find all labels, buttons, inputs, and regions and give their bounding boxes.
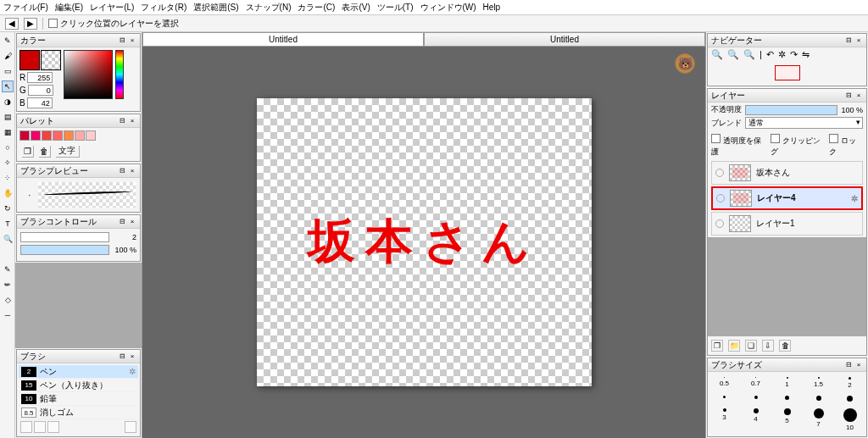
wand-tool[interactable]: ✧ [2, 157, 14, 169]
menu-color[interactable]: カラー(C) [298, 2, 335, 14]
gear-icon[interactable]: ✲ [851, 194, 858, 203]
brush-list-item[interactable]: 10鉛筆 [19, 392, 138, 406]
brush-size-slider[interactable] [20, 232, 109, 242]
new-palette-icon[interactable]: ❐ [21, 145, 33, 157]
menu-snap[interactable]: スナップ(N) [246, 2, 292, 14]
merge-icon[interactable]: ⇩ [762, 340, 774, 352]
click-layer-select-checkbox[interactable]: クリック位置のレイヤーを選択 [48, 18, 179, 30]
moji-button[interactable]: 文字 [55, 145, 79, 157]
palette-swatch[interactable] [75, 130, 85, 141]
pencil-tool[interactable]: ✎ [2, 35, 14, 47]
tab[interactable]: Untitled [142, 32, 424, 47]
brush-tool[interactable]: 🖌 [2, 50, 14, 62]
bucket-tool[interactable]: ◑ [2, 96, 14, 108]
close-icon[interactable]: × [128, 352, 136, 361]
r-input[interactable] [27, 72, 53, 83]
pin-icon[interactable]: ⊟ [118, 36, 126, 45]
pen-tool-b[interactable]: ✏ [2, 279, 14, 291]
zoom-fit-icon[interactable]: 🔍 [743, 49, 755, 60]
brush-size-cell[interactable]: 10 [838, 408, 861, 431]
user-avatar[interactable]: 🐻 [675, 53, 695, 74]
menu-view[interactable]: 表示(V) [342, 2, 370, 14]
palette-swatch[interactable] [31, 130, 41, 141]
redo-button[interactable]: ▶ [24, 18, 37, 30]
brush-size-cell[interactable]: 1.5 [807, 377, 830, 389]
close-icon[interactable]: × [854, 36, 863, 45]
brush-del-icon[interactable] [47, 421, 59, 433]
move-tool[interactable]: ↖ [2, 80, 14, 92]
gradient-tool[interactable]: ▤ [2, 111, 14, 123]
pen-tool-a[interactable]: ✎ [2, 263, 14, 275]
menu-edit[interactable]: 編集(E) [55, 2, 83, 14]
pin-icon[interactable]: ⊟ [118, 117, 126, 125]
search-tool[interactable]: 🔍 [2, 233, 14, 245]
g-input[interactable] [28, 85, 53, 96]
brush-opacity-slider[interactable] [20, 245, 109, 255]
close-icon[interactable]: × [854, 361, 863, 369]
brush-size-cell[interactable]: 2 [838, 377, 861, 389]
pin-icon[interactable]: ⊟ [844, 36, 853, 45]
visibility-toggle[interactable] [716, 194, 725, 202]
gear-icon[interactable]: ✲ [129, 367, 136, 376]
pin-icon[interactable]: ⊟ [118, 167, 126, 175]
brush-size-cell[interactable]: 4 [744, 408, 767, 431]
brush-add-icon[interactable] [20, 421, 32, 433]
visibility-toggle[interactable] [715, 219, 724, 228]
undo-button[interactable]: ◀ [5, 18, 19, 30]
foreground-color[interactable] [19, 50, 40, 70]
palette-swatch[interactable] [42, 130, 52, 141]
lock-checkbox[interactable]: ロック [829, 134, 863, 158]
palette-swatch[interactable] [53, 130, 63, 141]
pin-icon[interactable]: ⊟ [118, 352, 126, 361]
brush-size-cell[interactable] [807, 396, 830, 402]
pin-icon[interactable]: ⊟ [844, 361, 853, 369]
pin-icon[interactable]: ⊟ [118, 218, 126, 226]
brush-list-item[interactable]: 8.5消しゴム [19, 406, 138, 419]
hand-tool[interactable]: ✋ [2, 187, 14, 199]
navigator-thumb[interactable] [711, 65, 863, 82]
brush-size-cell[interactable]: 0.5 [713, 377, 736, 389]
close-icon[interactable]: × [128, 167, 136, 175]
rotate-left-icon[interactable]: ↶ [766, 49, 774, 60]
rotate-right-icon[interactable]: ↷ [790, 49, 798, 60]
pin-icon[interactable]: ⊟ [844, 91, 853, 100]
layer-opacity-slider[interactable] [745, 105, 837, 115]
canvas[interactable]: 坂本さん [257, 98, 592, 386]
select-tool[interactable]: ▦ [2, 126, 14, 138]
lasso-tool[interactable]: ○ [2, 141, 14, 153]
protect-checkbox[interactable]: 透明度を保護 [711, 134, 767, 158]
rotate-tool[interactable]: ↻ [2, 202, 14, 214]
shape-tool[interactable]: ◇ [2, 294, 14, 306]
close-icon[interactable]: × [128, 117, 136, 125]
brush-trash-icon[interactable] [125, 421, 136, 433]
eyedropper-tool[interactable]: ⁘ [2, 172, 14, 184]
flip-icon[interactable]: ⇋ [802, 49, 810, 60]
brush-dup-icon[interactable] [34, 421, 46, 433]
brush-size-cell[interactable]: 1 [776, 377, 798, 389]
layer-item[interactable]: レイヤー1 [711, 212, 863, 236]
brush-size-cell[interactable] [776, 396, 798, 402]
hue-slider[interactable] [115, 50, 124, 99]
visibility-toggle[interactable] [715, 169, 724, 177]
menu-layer[interactable]: レイヤー(L) [90, 2, 134, 14]
blend-mode-select[interactable]: 通常 [745, 117, 863, 129]
brush-size-cell[interactable]: 7 [807, 408, 830, 431]
brush-size-cell[interactable]: 5 [776, 408, 798, 431]
eraser-tool[interactable]: ▭ [2, 65, 14, 77]
close-icon[interactable]: × [128, 218, 136, 226]
zoom-out-icon[interactable]: 🔍 [727, 49, 739, 60]
menu-help[interactable]: Help [483, 3, 501, 12]
text-tool[interactable]: T [2, 218, 14, 230]
brush-size-cell[interactable] [713, 396, 736, 402]
clipping-checkbox[interactable]: クリッピング [771, 134, 826, 158]
rotate-reset-icon[interactable]: ✲ [778, 49, 786, 60]
line-tool[interactable]: ─ [2, 309, 14, 321]
brush-size-cell[interactable] [744, 396, 767, 402]
trash-icon[interactable]: 🗑 [779, 340, 791, 352]
layer-item[interactable]: レイヤー4✲ [711, 186, 863, 210]
brush-list-item[interactable]: 2ペン✲ [19, 365, 138, 379]
background-color[interactable] [41, 50, 61, 70]
layer-item[interactable]: 坂本さん [711, 161, 863, 185]
palette-swatch[interactable] [19, 130, 30, 141]
tab[interactable]: Untitled [424, 32, 705, 47]
